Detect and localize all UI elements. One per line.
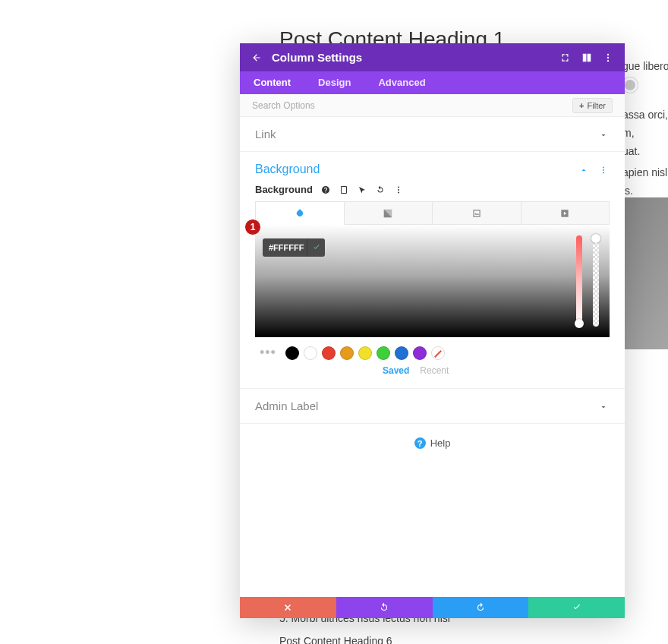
section-link-label: Link [255,128,276,140]
tab-content[interactable]: Content [254,71,291,94]
bg-tab-color[interactable] [256,202,345,225]
back-icon[interactable] [250,52,263,64]
background-type-tabs [255,201,610,225]
hue-slider[interactable] [576,235,582,327]
plus-icon: + [579,101,584,110]
hex-confirm-button[interactable] [307,238,325,257]
help-row[interactable]: ? Help [240,424,625,462]
modal-footer [240,597,625,618]
section-admin-label-text: Admin Label [255,399,318,412]
tablet-icon[interactable] [339,185,349,195]
snap-icon[interactable] [581,52,593,64]
swatch[interactable] [285,346,299,360]
section-admin-label[interactable]: Admin Label [240,389,625,424]
bg-text-fragment: apien nisl, te is. [622,164,668,200]
hex-input[interactable] [269,243,307,252]
svg-point-3 [603,167,604,169]
alpha-slider[interactable] [593,235,599,327]
cancel-button[interactable] [240,597,336,618]
swatch-none[interactable] [431,346,445,360]
color-picker[interactable]: 1 [255,225,610,337]
tab-advanced[interactable]: Advanced [378,71,425,94]
bg-text-fragment: gue libero, n [622,58,668,76]
svg-point-6 [398,186,399,188]
modal-title: Column Settings [272,51,550,64]
column-settings-modal: Column Settings Content Design Advanced … [240,43,625,618]
background-field-label-row: Background [255,184,610,195]
reset-icon[interactable] [375,185,386,195]
bg-tab-video[interactable] [521,202,610,225]
filter-label: Filter [588,101,606,110]
hover-icon[interactable] [357,185,367,195]
sections: Link Background Background [240,117,625,597]
save-button[interactable] [528,597,625,618]
bg-tab-gradient[interactable] [345,202,433,225]
tab-design[interactable]: Design [318,71,351,94]
swatch-tab-saved[interactable]: Saved [383,365,409,376]
svg-point-4 [603,169,604,171]
background-field-label: Background [255,184,313,195]
search-input[interactable]: Search Options [252,100,315,111]
annotation-badge: 1 [244,219,261,235]
bg-tab-image[interactable] [433,202,521,225]
swatch-more-icon[interactable]: ••• [255,345,281,361]
hue-slider-knob[interactable] [575,319,584,328]
svg-point-2 [607,59,609,61]
swatch[interactable] [395,346,408,360]
help-label: Help [430,437,451,449]
section-link[interactable]: Link [240,117,625,152]
chevron-down-icon [599,401,610,412]
section-more-icon[interactable] [599,164,610,175]
swatch[interactable] [358,346,372,360]
bg-text-fragment: assa orci, vi m, uat. [622,106,668,160]
bg-badge-icon [622,77,638,93]
swatch[interactable] [304,346,317,360]
svg-point-1 [607,56,609,58]
swatch[interactable] [377,346,390,360]
modal-header: Column Settings [240,43,625,71]
section-background: Background Background [240,152,625,389]
expand-icon[interactable] [559,52,572,64]
swatch-tabs: Saved Recent [255,364,610,385]
swatch[interactable] [322,346,336,360]
help-circle-icon: ? [414,437,426,449]
hex-input-pill [263,238,325,257]
section-background-title[interactable]: Background [255,163,320,176]
swatch[interactable] [340,346,354,360]
svg-point-7 [398,189,399,191]
chevron-down-icon [599,129,610,140]
undo-button[interactable] [336,597,433,618]
field-more-icon[interactable] [393,185,404,195]
help-icon[interactable] [320,185,331,195]
more-icon[interactable] [602,52,614,64]
svg-point-8 [398,191,399,193]
svg-point-0 [607,53,609,55]
modal-tabs: Content Design Advanced [240,71,625,94]
chevron-up-icon[interactable] [579,164,590,175]
swatch-row: ••• [255,337,610,364]
bg-graphic [622,197,668,349]
swatch-tab-recent[interactable]: Recent [420,365,449,376]
search-row: Search Options + Filter [240,94,625,117]
swatch[interactable] [413,346,427,360]
svg-point-5 [603,172,604,174]
bg-heading6: Post Content Heading 6 [279,635,392,644]
filter-button[interactable]: + Filter [572,98,613,113]
redo-button[interactable] [433,597,529,618]
alpha-slider-knob[interactable] [591,234,600,243]
